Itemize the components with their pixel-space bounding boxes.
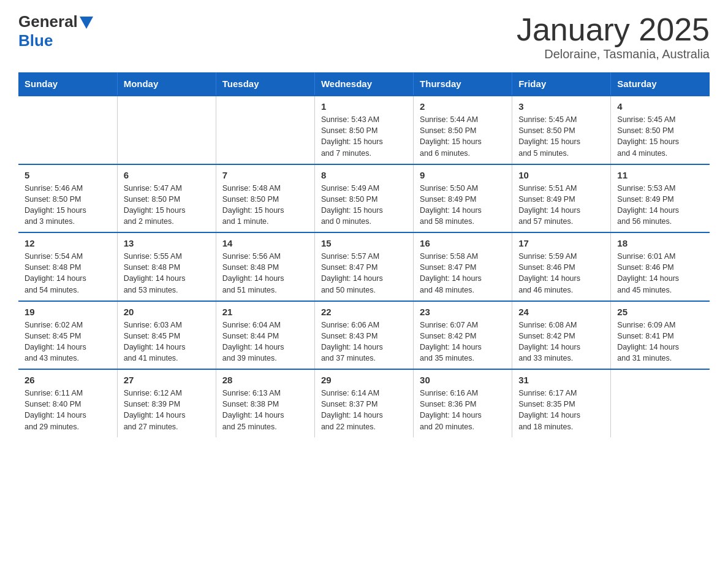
day-info: Sunrise: 6:08 AMSunset: 8:42 PMDaylight:… <box>518 320 604 364</box>
day-info: Sunrise: 6:01 AMSunset: 8:46 PMDaylight:… <box>617 251 703 296</box>
calendar-week-row: 19Sunrise: 6:02 AMSunset: 8:45 PMDayligh… <box>18 301 710 370</box>
day-number: 29 <box>321 375 407 385</box>
day-info: Sunrise: 5:47 AMSunset: 8:50 PMDaylight:… <box>124 183 210 228</box>
day-info: Sunrise: 5:49 AMSunset: 8:50 PMDaylight:… <box>321 183 407 228</box>
day-info: Sunrise: 6:12 AMSunset: 8:39 PMDaylight:… <box>124 388 210 432</box>
title-block: January 2025 Deloraine, Tasmania, Austra… <box>517 12 710 61</box>
logo: General Blue <box>18 12 93 50</box>
day-info: Sunrise: 5:53 AMSunset: 8:49 PMDaylight:… <box>617 183 703 228</box>
calendar-cell: 24Sunrise: 6:08 AMSunset: 8:42 PMDayligh… <box>512 301 611 370</box>
day-info: Sunrise: 6:11 AMSunset: 8:40 PMDaylight:… <box>25 388 111 432</box>
day-info: Sunrise: 6:09 AMSunset: 8:41 PMDaylight:… <box>617 320 703 364</box>
day-number: 12 <box>25 238 111 248</box>
day-info: Sunrise: 5:48 AMSunset: 8:50 PMDaylight:… <box>222 183 308 228</box>
day-number: 10 <box>518 170 604 180</box>
day-info: Sunrise: 6:04 AMSunset: 8:44 PMDaylight:… <box>222 320 308 364</box>
day-info: Sunrise: 6:06 AMSunset: 8:43 PMDaylight:… <box>321 320 407 364</box>
calendar-cell: 10Sunrise: 5:51 AMSunset: 8:49 PMDayligh… <box>512 164 611 233</box>
calendar-cell: 9Sunrise: 5:50 AMSunset: 8:49 PMDaylight… <box>414 164 512 233</box>
calendar-cell: 12Sunrise: 5:54 AMSunset: 8:48 PMDayligh… <box>18 232 117 301</box>
day-number: 24 <box>518 307 604 317</box>
calendar-week-row: 5Sunrise: 5:46 AMSunset: 8:50 PMDaylight… <box>18 164 710 233</box>
calendar-cell: 23Sunrise: 6:07 AMSunset: 8:42 PMDayligh… <box>414 301 512 370</box>
calendar-week-row: 1Sunrise: 5:43 AMSunset: 8:50 PMDaylight… <box>18 96 710 164</box>
day-number: 11 <box>617 170 703 180</box>
calendar-cell: 3Sunrise: 5:45 AMSunset: 8:50 PMDaylight… <box>512 96 611 164</box>
day-info: Sunrise: 6:07 AMSunset: 8:42 PMDaylight:… <box>420 320 506 364</box>
calendar-cell: 2Sunrise: 5:44 AMSunset: 8:50 PMDaylight… <box>414 96 512 164</box>
calendar-cell: 27Sunrise: 6:12 AMSunset: 8:39 PMDayligh… <box>117 369 216 437</box>
page-header: General Blue January 2025 Deloraine, Tas… <box>18 12 710 61</box>
calendar-header-friday: Friday <box>512 72 611 96</box>
page-title: January 2025 <box>517 12 710 47</box>
calendar-week-row: 26Sunrise: 6:11 AMSunset: 8:40 PMDayligh… <box>18 369 710 437</box>
calendar-header-monday: Monday <box>117 72 216 96</box>
day-number: 18 <box>617 238 703 248</box>
calendar-week-row: 12Sunrise: 5:54 AMSunset: 8:48 PMDayligh… <box>18 232 710 301</box>
calendar-table: SundayMondayTuesdayWednesdayThursdayFrid… <box>18 72 710 437</box>
day-number: 30 <box>420 375 506 385</box>
day-info: Sunrise: 6:17 AMSunset: 8:35 PMDaylight:… <box>518 388 604 432</box>
calendar-cell: 4Sunrise: 5:45 AMSunset: 8:50 PMDaylight… <box>611 96 710 164</box>
day-info: Sunrise: 5:57 AMSunset: 8:47 PMDaylight:… <box>321 251 407 296</box>
day-number: 9 <box>420 170 506 180</box>
day-info: Sunrise: 5:45 AMSunset: 8:50 PMDaylight:… <box>518 114 604 159</box>
calendar-cell: 11Sunrise: 5:53 AMSunset: 8:49 PMDayligh… <box>611 164 710 233</box>
day-number: 31 <box>518 375 604 385</box>
day-number: 17 <box>518 238 604 248</box>
day-number: 28 <box>222 375 308 385</box>
calendar-cell: 19Sunrise: 6:02 AMSunset: 8:45 PMDayligh… <box>18 301 117 370</box>
calendar-cell: 17Sunrise: 5:59 AMSunset: 8:46 PMDayligh… <box>512 232 611 301</box>
day-number: 27 <box>124 375 210 385</box>
day-number: 25 <box>617 307 703 317</box>
calendar-cell <box>611 369 710 437</box>
day-number: 21 <box>222 307 308 317</box>
day-info: Sunrise: 5:54 AMSunset: 8:48 PMDaylight:… <box>25 251 111 296</box>
day-number: 6 <box>124 170 210 180</box>
day-number: 19 <box>25 307 111 317</box>
calendar-cell: 8Sunrise: 5:49 AMSunset: 8:50 PMDaylight… <box>314 164 413 233</box>
day-number: 13 <box>124 238 210 248</box>
day-number: 7 <box>222 170 308 180</box>
day-number: 20 <box>124 307 210 317</box>
calendar-header-tuesday: Tuesday <box>216 72 314 96</box>
calendar-cell: 18Sunrise: 6:01 AMSunset: 8:46 PMDayligh… <box>611 232 710 301</box>
calendar-cell: 30Sunrise: 6:16 AMSunset: 8:36 PMDayligh… <box>414 369 512 437</box>
calendar-header-wednesday: Wednesday <box>314 72 413 96</box>
day-info: Sunrise: 6:14 AMSunset: 8:37 PMDaylight:… <box>321 388 407 432</box>
day-number: 16 <box>420 238 506 248</box>
day-info: Sunrise: 5:46 AMSunset: 8:50 PMDaylight:… <box>25 183 111 228</box>
calendar-cell: 1Sunrise: 5:43 AMSunset: 8:50 PMDaylight… <box>314 96 413 164</box>
day-number: 4 <box>617 101 703 112</box>
calendar-cell: 13Sunrise: 5:55 AMSunset: 8:48 PMDayligh… <box>117 232 216 301</box>
day-number: 26 <box>25 375 111 385</box>
day-number: 15 <box>321 238 407 248</box>
calendar-cell <box>18 96 117 164</box>
calendar-cell: 16Sunrise: 5:58 AMSunset: 8:47 PMDayligh… <box>414 232 512 301</box>
day-info: Sunrise: 5:55 AMSunset: 8:48 PMDaylight:… <box>124 251 210 296</box>
day-info: Sunrise: 6:02 AMSunset: 8:45 PMDaylight:… <box>25 320 111 364</box>
day-number: 23 <box>420 307 506 317</box>
calendar-cell: 6Sunrise: 5:47 AMSunset: 8:50 PMDaylight… <box>117 164 216 233</box>
calendar-cell <box>117 96 216 164</box>
calendar-cell: 20Sunrise: 6:03 AMSunset: 8:45 PMDayligh… <box>117 301 216 370</box>
calendar-cell: 28Sunrise: 6:13 AMSunset: 8:38 PMDayligh… <box>216 369 314 437</box>
calendar-cell: 25Sunrise: 6:09 AMSunset: 8:41 PMDayligh… <box>611 301 710 370</box>
calendar-cell: 21Sunrise: 6:04 AMSunset: 8:44 PMDayligh… <box>216 301 314 370</box>
day-info: Sunrise: 5:45 AMSunset: 8:50 PMDaylight:… <box>617 114 703 159</box>
day-info: Sunrise: 5:56 AMSunset: 8:48 PMDaylight:… <box>222 251 308 296</box>
calendar-header-row: SundayMondayTuesdayWednesdayThursdayFrid… <box>18 72 710 96</box>
day-info: Sunrise: 6:13 AMSunset: 8:38 PMDaylight:… <box>222 388 308 432</box>
logo-blue-text: Blue <box>18 31 53 50</box>
day-info: Sunrise: 6:16 AMSunset: 8:36 PMDaylight:… <box>420 388 506 432</box>
day-info: Sunrise: 5:58 AMSunset: 8:47 PMDaylight:… <box>420 251 506 296</box>
calendar-header-thursday: Thursday <box>414 72 512 96</box>
day-info: Sunrise: 6:03 AMSunset: 8:45 PMDaylight:… <box>124 320 210 364</box>
calendar-header-saturday: Saturday <box>611 72 710 96</box>
calendar-cell: 5Sunrise: 5:46 AMSunset: 8:50 PMDaylight… <box>18 164 117 233</box>
day-info: Sunrise: 5:50 AMSunset: 8:49 PMDaylight:… <box>420 183 506 228</box>
day-number: 1 <box>321 101 407 112</box>
calendar-cell: 29Sunrise: 6:14 AMSunset: 8:37 PMDayligh… <box>314 369 413 437</box>
day-number: 5 <box>25 170 111 180</box>
logo-triangle-icon <box>80 17 93 29</box>
